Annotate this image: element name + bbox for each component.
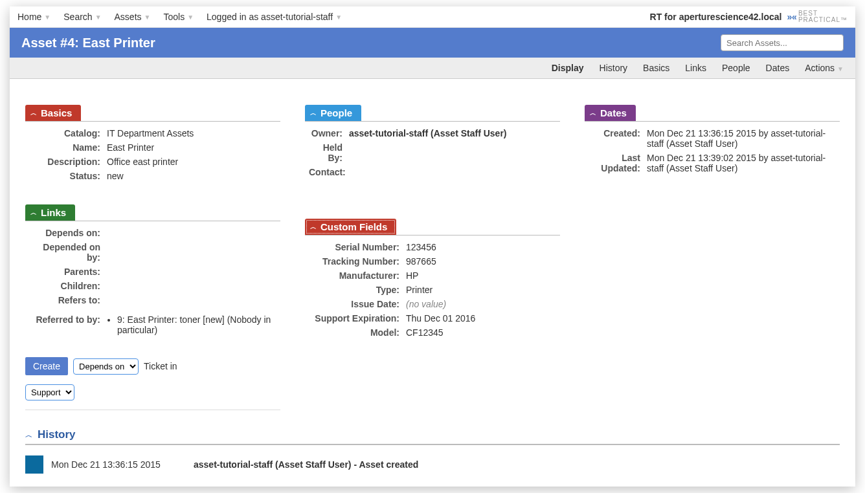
history-desc: asset-tutorial-staff (Asset Staff User) …	[194, 459, 418, 470]
link-direction-select[interactable]: Depends on	[73, 358, 139, 375]
cf-tracking-label: Tracking Number:	[309, 256, 406, 267]
nav-search[interactable]: Search▼	[63, 12, 101, 22]
history-marker-icon	[25, 455, 43, 474]
panel-history-header[interactable]: ︿ History	[25, 428, 840, 445]
create-link-button[interactable]: Create	[25, 357, 68, 375]
chevron-down-icon: ▼	[837, 65, 844, 72]
chevrons-icon: » «	[787, 12, 795, 22]
people-owner-value: asset-tutorial-staff (Asset Staff User)	[349, 128, 556, 138]
tab-display[interactable]: Display	[552, 63, 584, 73]
panel-links: ︿ Links Depends on: Depended on by: Pare…	[25, 204, 280, 410]
cf-issue-label: Issue Date:	[309, 299, 406, 309]
links-refers-to-label: Refers to:	[29, 295, 107, 305]
cf-serial-value: 123456	[406, 242, 556, 252]
nav-tools[interactable]: Tools▼	[163, 12, 194, 22]
panel-people-header[interactable]: ︿ People	[305, 105, 361, 121]
panel-basics: ︿ Basics Catalog:IT Department Assets Na…	[25, 105, 280, 186]
caret-up-icon: ︿	[310, 223, 317, 232]
people-contact-value	[349, 167, 556, 177]
panel-links-header[interactable]: ︿ Links	[25, 204, 75, 221]
page-title: Asset #4: East Printer	[21, 36, 155, 50]
panel-people: ︿ People Owner:asset-tutorial-staff (Ass…	[305, 105, 560, 182]
links-parents-label: Parents:	[29, 267, 107, 277]
cf-manufacturer-value: HP	[406, 270, 556, 281]
people-heldby-label: Held By:	[309, 142, 349, 163]
tab-people[interactable]: People	[722, 63, 750, 73]
tab-actions[interactable]: Actions▼	[805, 63, 844, 73]
dates-updated-value: Mon Dec 21 13:39:02 2015 by asset-tutori…	[647, 153, 836, 173]
links-children-label: Children:	[29, 281, 107, 291]
ticket-in-label: Ticket in	[144, 361, 177, 371]
links-referred-item[interactable]: 9: East Printer: toner [new] (Nobody in …	[117, 314, 276, 335]
basics-description-value: Office east printer	[107, 157, 276, 167]
dates-updated-label: Last Updated:	[589, 153, 647, 173]
tab-history[interactable]: History	[600, 63, 628, 73]
nav-assets[interactable]: Assets▼	[115, 12, 151, 22]
basics-name-value: East Printer	[107, 142, 276, 153]
history-entry[interactable]: Mon Dec 21 13:36:15 2015 asset-tutorial-…	[25, 455, 840, 474]
panel-custom-fields-header[interactable]: ︿ Custom Fields	[305, 219, 396, 235]
history-time: Mon Dec 21 13:36:15 2015	[51, 459, 194, 470]
chevron-down-icon: ▼	[187, 14, 194, 21]
cf-type-label: Type:	[309, 285, 406, 295]
caret-up-icon: ︿	[310, 109, 317, 118]
chevron-down-icon: ▼	[144, 14, 151, 21]
basics-catalog-value: IT Department Assets	[107, 128, 276, 138]
cf-support-value: Thu Dec 01 2016	[406, 313, 556, 323]
cf-manufacturer-label: Manufacturer:	[309, 270, 406, 281]
bp-logo[interactable]: » « BEST PRACTICAL™	[787, 10, 848, 23]
people-heldby-value	[349, 142, 556, 163]
chevron-down-icon: ▼	[335, 14, 342, 21]
links-depends-on-label: Depends on:	[29, 228, 107, 238]
basics-status-label: Status:	[29, 171, 107, 181]
cf-support-label: Support Expiration:	[309, 313, 406, 323]
nav-logged-in[interactable]: Logged in as asset-tutorial-staff▼	[207, 12, 342, 22]
rt-instance-label: RT for aperturescience42.local	[650, 12, 782, 22]
title-bar: Asset #4: East Printer	[10, 28, 855, 58]
basics-description-label: Description:	[29, 157, 107, 167]
caret-up-icon: ︿	[25, 430, 32, 440]
cf-issue-value: (no value)	[406, 299, 556, 309]
queue-select[interactable]: Support	[25, 384, 74, 400]
basics-status-value: new	[107, 171, 276, 181]
cf-model-value: CF12345	[406, 327, 556, 338]
dates-created-value: Mon Dec 21 13:36:15 2015 by asset-tutori…	[647, 128, 836, 149]
people-owner-label: Owner:	[309, 128, 349, 138]
tab-dates[interactable]: Dates	[766, 63, 790, 73]
dates-created-label: Created:	[589, 128, 647, 149]
chevron-down-icon: ▼	[95, 14, 102, 21]
cf-model-label: Model:	[309, 327, 406, 338]
panel-history: ︿ History Mon Dec 21 13:36:15 2015 asset…	[25, 428, 840, 474]
nav-home[interactable]: Home▼	[17, 12, 51, 22]
basics-catalog-label: Catalog:	[29, 128, 107, 138]
people-contact-label: Contact:	[309, 167, 349, 177]
panel-basics-header[interactable]: ︿ Basics	[25, 105, 81, 121]
caret-up-icon: ︿	[30, 109, 37, 118]
caret-up-icon: ︿	[30, 208, 37, 217]
links-referred-to-by-label: Referred to by:	[29, 314, 107, 336]
panel-dates: ︿ Dates Created:Mon Dec 21 13:36:15 2015…	[585, 105, 840, 179]
tab-links[interactable]: Links	[685, 63, 706, 73]
basics-name-label: Name:	[29, 142, 107, 153]
page-tabs: Display History Basics Links People Date…	[10, 58, 855, 79]
panel-dates-header[interactable]: ︿ Dates	[585, 105, 636, 121]
panel-custom-fields: ︿ Custom Fields Serial Number:123456 Tra…	[305, 219, 560, 343]
links-depended-on-by-label: Depended on by:	[29, 242, 107, 263]
top-nav: Home▼ Search▼ Assets▼ Tools▼ Logged in a…	[10, 6, 855, 28]
chevron-down-icon: ▼	[44, 14, 51, 21]
tab-basics[interactable]: Basics	[643, 63, 669, 73]
search-assets-input[interactable]	[721, 34, 844, 51]
caret-up-icon: ︿	[590, 109, 596, 118]
cf-tracking-value: 987665	[406, 256, 556, 267]
cf-serial-label: Serial Number:	[309, 242, 406, 252]
cf-type-value: Printer	[406, 285, 556, 295]
